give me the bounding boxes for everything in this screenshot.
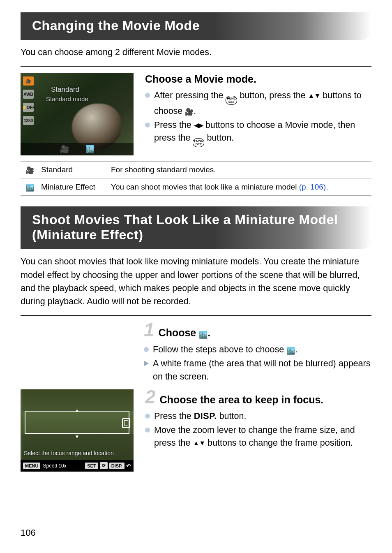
bullet-press-lr: Press the buttons to choose a Movie mode… (145, 119, 371, 147)
bullet-after-pressing: After pressing the FUNC SET button, pres… (145, 89, 371, 118)
step-number-1: 1 (144, 322, 154, 338)
orientation-icon (122, 418, 130, 428)
shot-icon-res: 1280 (23, 116, 34, 125)
shot-icon-flash: ⚡OFF (23, 103, 34, 112)
table-row: 🎥 Standard For shooting standard movies. (21, 162, 371, 178)
shot-bottom-standard-icon: 🎥 (60, 145, 69, 154)
step2-bullet2: Move the zoom lever to change the frame … (145, 424, 371, 450)
shot-mode-label: Standard (51, 86, 79, 94)
mode-name-miniature: Miniature Effect (39, 178, 108, 196)
movie-modes-table: 🎥 Standard For shooting standard movies.… (21, 161, 371, 196)
mode-icon-standard: 🎥 (21, 162, 39, 178)
section-heading-2: Shoot Movies That Look Like a Miniature … (21, 206, 371, 249)
return-icon: ↶ (126, 463, 131, 469)
step2-bullet1: Press the DISP. button. (145, 410, 371, 423)
table-row: 🏙️ Miniature Effect You can shoot movies… (21, 178, 371, 196)
step1-bullet2: A white frame (the area that will not be… (144, 357, 371, 384)
shot-mode-sublabel: Standard mode (46, 95, 88, 102)
left-right-arrows-icon (194, 120, 203, 130)
step-number-2: 2 (145, 389, 156, 405)
divider (21, 66, 371, 67)
shot-icon-awb: AWB (23, 90, 34, 99)
menu-tag: MENU (23, 463, 40, 469)
result-arrow-icon (144, 361, 149, 366)
mode-icon-miniature: 🏙️ (21, 178, 39, 196)
page-number: 106 (21, 528, 36, 538)
step1-bullet1: Follow the steps above to choose 🏙️. (144, 343, 371, 356)
step-choose-movie-mode-title: Choose a Movie mode. (145, 73, 371, 85)
func-set-icon: FUNC SET (193, 138, 204, 147)
screenshot-focus-range: ▲ ▼ Select the focus range and location … (21, 389, 134, 472)
disp-tag: DISP. (109, 463, 125, 469)
set-tag: SET (85, 463, 98, 469)
screenshot-movie-mode: 🎥 AWB ⚡OFF 1280 Standard Standard mode 🎥… (21, 73, 134, 155)
mode-desc-miniature: You can shoot movies that look like a mi… (108, 178, 371, 196)
shot-bottom-bar: 🎥 🏙️ (21, 143, 134, 155)
movie-mode-icon: 🎥 (185, 107, 194, 117)
page-ref-link[interactable]: (p. 106) (299, 183, 326, 191)
shot-icon-movie: 🎥 (23, 76, 34, 86)
mode-name-standard: Standard (39, 162, 108, 178)
section2-intro: You can shoot movies that look like movi… (21, 255, 371, 308)
func-set-icon: FUNC SET (226, 96, 237, 105)
up-down-arrows-icon (193, 438, 205, 448)
shot-bottom-mini-icon: 🏙️ (85, 145, 95, 154)
miniature-mode-icon: 🏙️ (286, 346, 295, 356)
section-heading-1: Changing the Movie Mode (21, 12, 371, 40)
speed-label: Speed 10x (43, 463, 66, 469)
disp-button-label: DISP. (194, 411, 217, 421)
up-down-arrows-icon (308, 90, 321, 100)
miniature-mode-icon: 🏙️ (199, 331, 208, 339)
step1-title: 1 Choose 🏙️. (144, 322, 371, 339)
orientation-tag: ⟳ (100, 462, 108, 469)
mode-desc-standard: For shooting standard movies. (108, 162, 371, 178)
shot2-caption: Select the focus range and location (24, 450, 114, 457)
step2-title: 2 Choose the area to keep in focus. (145, 389, 371, 406)
focus-frame (25, 411, 129, 434)
section1-intro: You can choose among 2 different Movie m… (21, 46, 371, 59)
divider (21, 315, 371, 316)
